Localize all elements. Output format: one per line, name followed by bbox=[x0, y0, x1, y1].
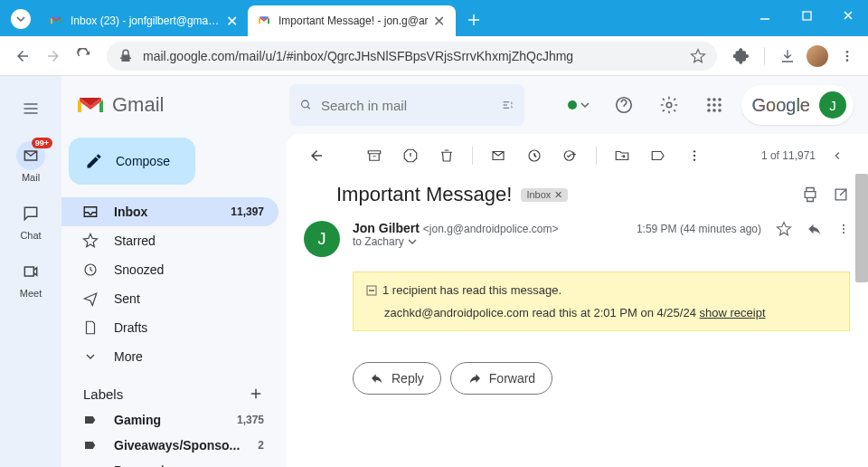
compose-button[interactable]: Compose bbox=[69, 138, 195, 185]
labels-header: Labels bbox=[61, 371, 278, 407]
support-button[interactable] bbox=[606, 87, 642, 123]
older-button[interactable] bbox=[821, 139, 854, 172]
close-window-button[interactable] bbox=[835, 5, 861, 25]
archive-button[interactable] bbox=[358, 139, 391, 172]
minimize-button[interactable] bbox=[752, 5, 778, 25]
close-icon[interactable]: ✕ bbox=[432, 14, 447, 28]
sender-avatar[interactable]: J bbox=[304, 221, 340, 257]
gmail-logo[interactable]: Gmail bbox=[76, 93, 278, 117]
svg-rect-0 bbox=[803, 12, 811, 20]
downloads-icon[interactable] bbox=[774, 43, 801, 70]
settings-button[interactable] bbox=[651, 87, 687, 123]
svg-point-2 bbox=[846, 54, 849, 57]
gmail-favicon-icon bbox=[257, 14, 271, 28]
svg-point-4 bbox=[302, 100, 309, 108]
svg-point-13 bbox=[707, 109, 711, 112]
send-icon bbox=[81, 290, 99, 308]
tab-search-dropdown[interactable] bbox=[11, 9, 31, 29]
message-toolbar: 1 of 11,971 bbox=[286, 134, 868, 177]
label-icon bbox=[81, 436, 99, 454]
new-tab-button[interactable] bbox=[461, 7, 486, 33]
reply-icon-button[interactable] bbox=[807, 221, 823, 237]
delete-button[interactable] bbox=[430, 139, 463, 172]
svg-point-14 bbox=[712, 109, 716, 112]
report-spam-button[interactable] bbox=[394, 139, 427, 172]
sidebar-item-snoozed[interactable]: Snoozed bbox=[61, 255, 278, 284]
search-input[interactable] bbox=[321, 98, 493, 113]
rail-item-chat[interactable]: Chat bbox=[0, 195, 61, 244]
browser-tab-inbox[interactable]: Inbox (23) - jonfgilbert@gmail... ✕ bbox=[40, 5, 248, 36]
add-label-button[interactable] bbox=[248, 386, 264, 402]
svg-point-8 bbox=[712, 98, 716, 101]
remove-chip-icon[interactable]: ✕ bbox=[554, 189, 562, 201]
main-menu-button[interactable] bbox=[11, 89, 51, 129]
extensions-icon[interactable] bbox=[728, 43, 755, 70]
sidebar-item-more[interactable]: More bbox=[61, 342, 278, 371]
star-message-button[interactable] bbox=[776, 221, 792, 237]
scrollbar[interactable] bbox=[855, 174, 868, 282]
site-settings-icon[interactable] bbox=[118, 48, 134, 64]
reply-button[interactable]: Reply bbox=[353, 362, 441, 395]
google-account-pill[interactable]: Google J bbox=[741, 85, 854, 125]
app-rail: 99+ Mail Chat Meet bbox=[0, 76, 61, 467]
apps-button[interactable] bbox=[696, 87, 732, 123]
sender-name: Jon Gilbert bbox=[353, 221, 420, 235]
add-to-tasks-button[interactable] bbox=[554, 139, 587, 172]
receipt-detail: zachkd@androidpolice.com read this at 2:… bbox=[384, 306, 700, 319]
pager-text: 1 of 11,971 bbox=[761, 149, 816, 162]
nav-label: Snoozed bbox=[114, 262, 164, 277]
nav-label: Sent bbox=[114, 291, 140, 306]
bookmark-star-icon[interactable] bbox=[690, 48, 706, 64]
more-actions-button[interactable] bbox=[678, 139, 711, 172]
collapse-icon[interactable] bbox=[366, 285, 377, 296]
maximize-button[interactable] bbox=[794, 5, 819, 25]
gmail-logo-text: Gmail bbox=[112, 93, 164, 117]
message-pane: 1 of 11,971 Important Message! Inbox✕ J bbox=[286, 134, 868, 467]
rail-item-meet[interactable]: Meet bbox=[0, 253, 61, 302]
category-chip[interactable]: Inbox✕ bbox=[521, 188, 568, 202]
active-status-icon bbox=[568, 100, 577, 110]
open-new-window-button[interactable] bbox=[832, 186, 850, 204]
read-receipt-banner: 1 recipient has read this message. zachk… bbox=[353, 272, 850, 331]
label-count: 2 bbox=[258, 439, 264, 452]
forward-button[interactable]: Forward bbox=[450, 362, 552, 395]
sidebar-item-starred[interactable]: Starred bbox=[61, 226, 278, 255]
status-indicator[interactable] bbox=[561, 87, 597, 123]
label-gaming[interactable]: Gaming 1,375 bbox=[61, 407, 278, 433]
sidebar-item-sent[interactable]: Sent bbox=[61, 284, 278, 313]
browser-menu-icon[interactable] bbox=[834, 43, 861, 70]
rail-label: Meet bbox=[20, 288, 42, 299]
move-to-button[interactable] bbox=[606, 139, 638, 172]
label-icon bbox=[81, 462, 99, 467]
sidebar-item-drafts[interactable]: Drafts bbox=[61, 313, 278, 342]
profile-avatar[interactable]: J bbox=[819, 91, 846, 119]
gmail-logo-icon bbox=[76, 94, 105, 116]
sidebar-item-inbox[interactable]: Inbox 11,397 bbox=[61, 197, 278, 226]
labels-button[interactable] bbox=[642, 139, 675, 172]
label-text: Giveaways/Sponso... bbox=[114, 438, 240, 453]
search-options-icon[interactable] bbox=[502, 96, 514, 114]
address-input[interactable]: mail.google.com/mail/u/1/#inbox/QgrcJHsN… bbox=[107, 42, 717, 71]
message-more-button[interactable] bbox=[837, 223, 850, 235]
reload-button[interactable] bbox=[69, 41, 99, 71]
show-receipt-link[interactable]: show receipt bbox=[700, 306, 766, 319]
browser-profile-avatar[interactable] bbox=[807, 45, 828, 67]
search-bar[interactable] bbox=[289, 84, 524, 126]
gmail-header: Gmail Google J bbox=[61, 76, 868, 134]
recipient-dropdown[interactable]: to Zachary bbox=[353, 235, 624, 248]
nav-label: Inbox bbox=[114, 205, 147, 219]
snooze-button[interactable] bbox=[518, 139, 551, 172]
forward-button[interactable] bbox=[38, 41, 69, 71]
print-button[interactable] bbox=[801, 186, 819, 204]
label-personal[interactable]: Personal bbox=[61, 458, 278, 467]
rail-item-mail[interactable]: 99+ Mail bbox=[0, 138, 61, 186]
svg-point-22 bbox=[843, 224, 844, 226]
label-giveaways[interactable]: Giveaways/Sponso... 2 bbox=[61, 433, 278, 458]
mark-unread-button[interactable] bbox=[482, 139, 514, 172]
back-to-inbox-button[interactable] bbox=[300, 139, 333, 172]
svg-point-20 bbox=[693, 155, 695, 157]
close-icon[interactable]: ✕ bbox=[224, 14, 239, 28]
back-button[interactable] bbox=[7, 41, 38, 71]
tab-title: Important Message! - jon.g@ar bbox=[278, 14, 429, 27]
browser-tab-message[interactable]: Important Message! - jon.g@ar ✕ bbox=[248, 5, 456, 36]
